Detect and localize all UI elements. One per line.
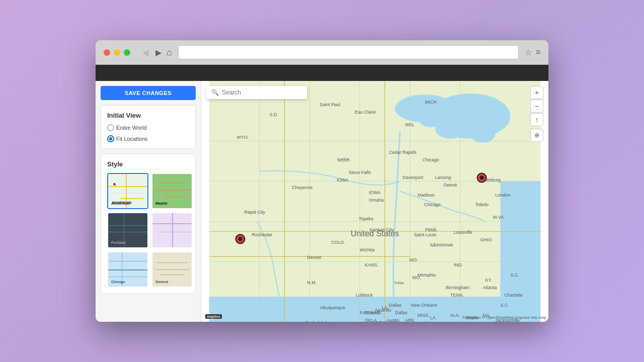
svg-text:Chicago: Chicago <box>424 202 441 207</box>
back-button[interactable]: ◀ <box>140 47 150 58</box>
style-thumb-streets[interactable]: Amsterdam <box>107 173 148 209</box>
minimize-button[interactable] <box>114 49 120 56</box>
maximize-button[interactable] <box>124 49 130 56</box>
svg-text:MO.: MO. <box>410 257 418 262</box>
mapbox-logo-mark: mapbox <box>205 314 222 319</box>
close-button[interactable] <box>104 49 110 56</box>
svg-text:WYO.: WYO. <box>237 135 249 140</box>
style-panel: Style Amsterdam <box>101 154 196 294</box>
style-thumb-dark[interactable]: Portland <box>107 212 148 248</box>
svg-text:OHIO: OHIO <box>480 237 492 242</box>
svg-text:Lansing: Lansing <box>435 175 451 180</box>
svg-point-97 <box>238 237 243 241</box>
svg-text:S.D.: S.D. <box>269 112 278 117</box>
svg-text:Toledo: Toledo <box>475 202 489 207</box>
svg-text:Saint Paul: Saint Paul <box>319 102 340 107</box>
fit-locations-radio[interactable] <box>107 135 114 142</box>
svg-text:IOWA: IOWA <box>369 190 381 195</box>
svg-text:S.C.: S.C. <box>510 273 519 278</box>
svg-text:Charlotte: Charlotte <box>504 293 522 298</box>
style-thumb-blueprint[interactable]: Chicago <box>107 251 148 288</box>
svg-text:Tulsa: Tulsa <box>394 281 404 285</box>
svg-text:Cincinnati: Cincinnati <box>433 242 453 247</box>
svg-text:United States: United States <box>351 229 399 238</box>
svg-text:Sioux Falls: Sioux Falls <box>349 170 371 175</box>
search-overlay: 🔍 <box>206 86 307 99</box>
entire-world-radio[interactable] <box>107 124 114 131</box>
zoom-in-button[interactable]: + <box>530 86 543 99</box>
svg-point-95 <box>480 176 484 180</box>
browser-window: ◀ ▶ ⌂ ☆ ≡ SAVE CHANGES Initial View Enti… <box>96 40 548 322</box>
fit-locations-option[interactable]: Fit Locations <box>107 135 147 142</box>
svg-text:KY.: KY. <box>486 278 492 283</box>
sidebar: SAVE CHANGES Initial View Entire World F… <box>96 81 201 322</box>
svg-text:Denver: Denver <box>307 255 321 260</box>
svg-text:TENN.: TENN. <box>450 293 464 298</box>
zoom-out-button[interactable]: − <box>530 100 543 113</box>
svg-text:KANS.: KANS. <box>365 262 378 267</box>
style-thumb-topo[interactable]: Geneva <box>151 251 193 288</box>
svg-text:Omaha: Omaha <box>369 198 383 203</box>
thumb-streets-inner: Amsterdam <box>108 174 147 208</box>
forward-button[interactable]: ▶ <box>153 47 164 58</box>
svg-text:Ciudad Juárez: Ciudad Juárez <box>304 320 334 322</box>
svg-text:Dallas: Dallas <box>379 320 391 322</box>
svg-text:Topeka: Topeka <box>359 216 373 221</box>
svg-text:Wichita: Wichita <box>360 247 374 252</box>
thumb-light-inner <box>152 213 192 247</box>
svg-text:Fort Worth: Fort Worth <box>360 310 381 315</box>
svg-text:Chicago: Chicago <box>423 157 439 162</box>
svg-text:MICH.: MICH. <box>425 100 438 105</box>
thumb-dark-inner: Portland <box>108 213 147 247</box>
title-bar: ◀ ▶ ⌂ ☆ ≡ <box>96 40 548 65</box>
bookmark-button[interactable]: ☆ <box>525 48 532 57</box>
svg-text:Dallas: Dallas <box>395 310 408 315</box>
svg-text:Cheyenne: Cheyenne <box>292 185 312 190</box>
svg-text:ALA.: ALA. <box>450 313 460 318</box>
svg-text:Saint Louis: Saint Louis <box>414 232 437 237</box>
style-title: Style <box>107 160 189 168</box>
home-button[interactable]: ⌂ <box>167 47 172 58</box>
map-area[interactable]: WYO. S.D. Saint Paul Eau Claire MICH. WI… <box>201 81 548 322</box>
svg-text:Rapid City: Rapid City <box>245 210 266 215</box>
svg-text:Dallas: Dallas <box>389 303 401 308</box>
entire-world-label: Entire World <box>116 125 146 131</box>
map-controls: + − ↑ ⊕ <box>530 86 543 142</box>
svg-text:Cedar Rapids: Cedar Rapids <box>389 150 417 155</box>
address-bar[interactable] <box>178 45 519 59</box>
fit-locations-label: Fit Locations <box>116 136 147 142</box>
initial-view-options: Entire World Fit Locations <box>107 124 189 142</box>
search-input[interactable] <box>222 89 302 96</box>
svg-text:IND.: IND. <box>454 262 463 267</box>
svg-text:Louisville: Louisville <box>454 230 472 235</box>
svg-text:New Orleans: New Orleans <box>411 303 437 308</box>
compass-button[interactable]: ↑ <box>530 113 543 126</box>
svg-text:W.VA.: W.VA. <box>493 215 505 220</box>
style-thumb-light[interactable] <box>151 212 193 248</box>
svg-rect-7 <box>500 182 540 297</box>
svg-text:Memphis: Memphis <box>418 273 436 278</box>
initial-view-panel: Initial View Entire World Fit Locations <box>101 105 196 149</box>
svg-text:Detroit: Detroit <box>444 183 457 188</box>
nav-buttons: ◀ ▶ ⌂ <box>140 47 172 58</box>
svg-text:Lubbock: Lubbock <box>356 293 373 298</box>
svg-point-5 <box>395 95 455 123</box>
svg-text:Houston: Houston <box>425 320 442 322</box>
app-bar <box>96 65 548 81</box>
svg-text:N.M.: N.M. <box>307 280 316 285</box>
svg-text:IOWA: IOWA <box>337 177 349 183</box>
menu-button[interactable]: ≡ <box>536 48 540 57</box>
svg-text:Pittsb.: Pittsb. <box>425 227 438 232</box>
entire-world-option[interactable]: Entire World <box>107 124 146 131</box>
svg-text:London: London <box>496 193 511 198</box>
svg-text:Madison: Madison <box>418 193 435 198</box>
svg-point-3 <box>470 125 496 143</box>
style-thumb-satellite[interactable]: Madrid <box>151 173 193 209</box>
traffic-lights <box>104 49 130 56</box>
save-changes-button[interactable]: SAVE CHANGES <box>101 86 196 100</box>
svg-text:MISS.: MISS. <box>418 313 430 318</box>
locate-button[interactable]: ⊕ <box>530 129 543 142</box>
svg-text:ARK.: ARK. <box>405 318 416 322</box>
toolbar-icons: ☆ ≡ <box>525 48 540 57</box>
map-attribution: © Mapbox © OpenStreetMap Improve this ma… <box>462 315 546 320</box>
